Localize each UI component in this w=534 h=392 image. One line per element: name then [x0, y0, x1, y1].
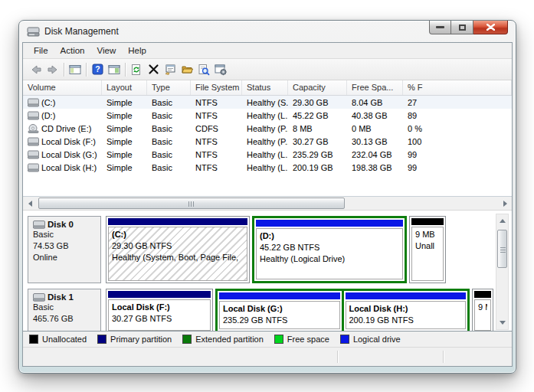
partition-d[interactable]: (D:) 45.22 GB NTFS Healthy (Logical Driv… — [256, 220, 403, 279]
vscroll-down-button[interactable] — [496, 317, 508, 328]
status-bar-divider — [337, 351, 338, 363]
horizontal-scrollbar[interactable] — [23, 197, 512, 211]
svg-text:?: ? — [95, 64, 100, 74]
help-button[interactable]: ? — [89, 61, 106, 78]
toolbar-separator — [86, 63, 87, 77]
menu-help[interactable]: Help — [122, 44, 152, 57]
unallocated-region-disk-1[interactable]: 9 M — [472, 289, 493, 331]
partition-g-body: Local Disk (G:) 235.29 GB NTFS — [219, 301, 340, 329]
vertical-scrollbar[interactable] — [496, 214, 509, 330]
status-bar — [23, 347, 512, 366]
primary-partition-swatch — [97, 335, 106, 344]
column-header-percent-free[interactable]: % F — [403, 80, 512, 95]
status-cell: Healthy (L... — [242, 150, 288, 159]
vscroll-thumb[interactable] — [497, 230, 507, 268]
table-row-local-disk-f[interactable]: Local Disk (F:) Simple Basic NTFS Health… — [23, 135, 512, 148]
legend-item-logical-drive: Logical drive — [340, 335, 401, 344]
legend-label: Primary partition — [110, 335, 172, 344]
partition-c[interactable]: (C:) 29.30 GB NTFS Healthy (System, Boot… — [106, 216, 250, 283]
menu-view[interactable]: View — [91, 44, 123, 57]
manage-snap-in-button[interactable] — [212, 61, 229, 78]
table-row-local-disk-g[interactable]: Local Disk (G:) Simple Basic NTFS Health… — [23, 148, 512, 161]
disk-0-label-panel[interactable]: Disk 0 Basic 74.53 GB Online — [28, 216, 101, 283]
type-cell: Basic — [147, 124, 191, 133]
cd-drive-icon — [28, 124, 39, 133]
window-title: Disk Management — [44, 26, 119, 37]
show-hide-console-icon — [108, 64, 120, 76]
disk-management-window: Disk Management File Action View Help — [18, 20, 516, 374]
show-hide-console-button[interactable] — [106, 61, 123, 78]
drive-icon — [28, 163, 39, 172]
column-header-capacity[interactable]: Capacity — [288, 80, 347, 95]
column-header-status[interactable]: Status — [242, 80, 288, 95]
legend-bar: Unallocated Primary partition Extended p… — [23, 331, 512, 347]
title-bar[interactable]: Disk Management — [19, 21, 516, 42]
extended-partition-wrapper: (D:) 45.22 GB NTFS Healthy (Logical Driv… — [252, 216, 407, 283]
table-row-volume-c[interactable]: (C:) Simple Basic NTFS Healthy (S... 29.… — [23, 96, 512, 109]
extended-partition-wrapper: Local Disk (G:) 235.29 GB NTFS Local Dis… — [215, 289, 470, 331]
unallocated-body: 9 MB Unall — [411, 227, 444, 281]
vscroll-up-button[interactable] — [496, 215, 508, 227]
disk-name: Disk 1 — [48, 292, 74, 302]
minimize-button[interactable] — [429, 21, 451, 34]
hscroll-thumb[interactable] — [38, 198, 345, 209]
status-cell: Healthy (P... — [242, 124, 288, 133]
partition-label: (C:) — [112, 229, 244, 240]
volume-name: Local Disk (G:) — [41, 150, 97, 159]
unallocated-size: 9 M — [478, 302, 487, 313]
disk-0-partitions: (C:) 29.30 GB NTFS Healthy (System, Boot… — [106, 216, 487, 283]
table-row-cd-drive-e[interactable]: CD Drive (E:) Simple Basic CDFS Healthy … — [23, 122, 512, 135]
percent-free-cell: 27 — [403, 98, 512, 107]
back-button[interactable] — [28, 61, 44, 78]
volume-name: (C:) — [41, 98, 55, 107]
capacity-cell: 30.27 GB — [288, 137, 347, 146]
volume-name: Local Disk (H:) — [41, 163, 97, 172]
partition-label: Local Disk (G:) — [223, 303, 336, 315]
maximize-button[interactable] — [451, 21, 473, 34]
unallocated-body: 9 M — [474, 299, 491, 331]
hscroll-right-button[interactable] — [499, 198, 511, 209]
toolbar: ? — [23, 59, 512, 80]
column-header-layout[interactable]: Layout — [102, 80, 147, 95]
disk-size: 465.76 GB — [33, 313, 97, 325]
menu-action[interactable]: Action — [54, 44, 91, 57]
column-header-volume[interactable]: Volume — [23, 80, 102, 95]
column-header-file-system[interactable]: File System — [191, 80, 242, 95]
partition-h[interactable]: Local Disk (H:) 200.19 GB NTFS — [346, 292, 467, 329]
refresh-button[interactable] — [128, 61, 145, 78]
console-tree-button[interactable] — [67, 61, 84, 78]
type-cell: Basic — [147, 98, 191, 107]
column-header-type[interactable]: Type — [147, 80, 191, 95]
toolbar-separator — [125, 63, 126, 77]
disk-management-app-icon — [27, 26, 40, 37]
back-icon — [30, 64, 42, 76]
free-space-cell: 40.38 GB — [347, 111, 403, 120]
free-space-cell: 8.04 GB — [347, 98, 403, 107]
table-row-local-disk-h[interactable]: Local Disk (H:) Simple Basic NTFS Health… — [23, 161, 512, 174]
table-row-volume-d[interactable]: (D:) Simple Basic NTFS Healthy (L... 45.… — [23, 109, 512, 122]
disk-1-band: Disk 1 Basic 465.76 GB Local Disk (F:) 3… — [28, 289, 507, 331]
disk-kind: Basic — [33, 229, 97, 240]
file-system-cell: NTFS — [191, 111, 242, 120]
arrow-left-icon — [28, 201, 32, 207]
find-button[interactable] — [195, 61, 212, 78]
legend-label: Free space — [287, 335, 329, 344]
layout-cell: Simple — [102, 150, 147, 159]
menu-file[interactable]: File — [28, 44, 54, 57]
delete-button[interactable] — [145, 61, 162, 78]
close-button[interactable] — [473, 21, 508, 34]
capacity-cell: 235.29 GB — [288, 150, 347, 159]
logical-drive-swatch — [340, 335, 349, 344]
forward-button[interactable] — [44, 61, 61, 78]
open-button[interactable] — [179, 61, 195, 78]
primary-partition-bar — [108, 218, 247, 225]
status-bar-divider — [443, 351, 444, 363]
partition-f[interactable]: Local Disk (F:) 30.27 GB NTFS — [106, 289, 213, 331]
unallocated-region-disk-0[interactable]: 9 MB Unall — [409, 216, 446, 283]
disk-1-label-panel[interactable]: Disk 1 Basic 465.76 GB — [28, 289, 101, 331]
hscroll-left-button[interactable] — [24, 198, 36, 209]
volume-name: CD Drive (E:) — [41, 124, 91, 133]
column-header-free-space[interactable]: Free Spa... — [347, 80, 403, 95]
partition-g[interactable]: Local Disk (G:) 235.29 GB NTFS — [219, 292, 340, 329]
properties-button[interactable] — [162, 61, 179, 78]
